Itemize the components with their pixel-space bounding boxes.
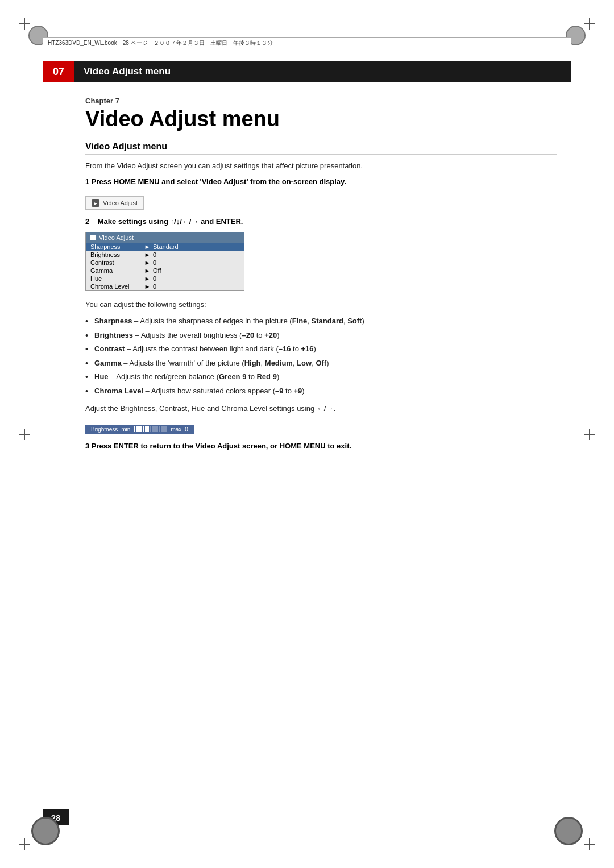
bottom-decoration-left [31, 817, 60, 845]
chapter-number: 07 [43, 61, 74, 82]
reg-mark-br [584, 838, 595, 850]
screen-label: Video Adjust [103, 200, 138, 206]
bar-seg-15 [165, 426, 167, 432]
va-row-contrast: Contrast ► 0 [86, 259, 244, 267]
bar-seg-6 [145, 426, 147, 432]
va-value-chroma: 0 [153, 283, 156, 290]
reg-mark-tl [19, 18, 30, 30]
va-arrow-hue: ► [142, 275, 153, 282]
page-title: Video Adjust menu [85, 107, 557, 131]
va-value-brightness: 0 [153, 251, 156, 258]
bullet-desc-sharpness: – Adjusts the sharpness of edges in the … [134, 317, 292, 325]
step2-text: 2 Make settings using ↑/↓/←/→ and ENTER. [85, 217, 557, 227]
va-label-contrast: Contrast [90, 259, 142, 266]
bullet-desc-chroma: – Adjusts how saturated colors appear ( [146, 387, 275, 395]
video-adjust-icon [92, 199, 99, 207]
bullet-term-brightness: Brightness [94, 331, 133, 339]
chapter-label: Chapter 7 [85, 97, 557, 105]
bullet-term-gamma: Gamma [94, 359, 122, 367]
screen-mockup-1: Video Adjust [85, 196, 144, 210]
brightness-value: 0 [185, 426, 188, 433]
step1-text: 1 Press HOME MENU and select 'Video Adju… [85, 177, 557, 187]
bar-seg-14 [163, 426, 165, 432]
reg-mark-ml [19, 429, 30, 440]
bar-seg-8 [150, 426, 151, 432]
bar-seg-2 [136, 426, 138, 432]
va-row-gamma: Gamma ► Off [86, 267, 244, 275]
list-item-hue: Hue – Adjusts the red/green balance (Gre… [85, 371, 557, 383]
bullet-opt1-hue: Green 9 [219, 372, 246, 381]
bar-seg-7 [147, 426, 149, 432]
va-header-icon [90, 235, 96, 240]
va-label-sharpness: Sharpness [90, 243, 142, 250]
brightness-min-label: min [121, 426, 130, 433]
bullet-term-contrast: Contrast [94, 344, 125, 353]
bullet-rest-contrast: to +16) [291, 344, 316, 353]
va-arrow-gamma: ► [142, 267, 153, 274]
bullet-rest-brightness: to +20) [254, 331, 279, 339]
va-row-hue: Hue ► 0 [86, 275, 244, 283]
chapter-header: 07 Video Adjust menu [43, 61, 571, 82]
va-row-chroma: Chroma Level ► 0 [86, 283, 244, 290]
bullet-rest-hue: to Red 9) [246, 372, 279, 381]
bar-seg-9 [152, 426, 154, 432]
va-row-sharpness: Sharpness ► Standard [86, 243, 244, 251]
section-title: Video Adjust menu [85, 142, 557, 155]
va-header-label: Video Adjust [99, 234, 134, 241]
bar-seg-5 [143, 426, 144, 432]
reg-mark-tr [584, 18, 595, 30]
reg-mark-bl [19, 838, 30, 850]
bullet-desc-hue: – Adjusts the red/green balance ( [110, 372, 219, 381]
bar-track [134, 426, 167, 432]
bar-seg-1 [134, 426, 135, 432]
list-item-gamma: Gamma – Adjusts the 'warmth' of the pict… [85, 358, 557, 369]
bullet-opt1-sharpness: Fine [292, 317, 308, 325]
va-value-gamma: Off [153, 267, 161, 274]
va-row-brightness: Brightness ► 0 [86, 251, 244, 259]
va-label-hue: Hue [90, 275, 142, 282]
va-arrow-brightness: ► [142, 251, 153, 258]
bar-seg-3 [138, 426, 140, 432]
va-value-contrast: 0 [153, 259, 156, 266]
adjust-note: Adjust the Brightness, Contrast, Hue and… [85, 403, 557, 414]
brightness-bar: Brightness min max 0 [85, 425, 194, 434]
list-item-brightness: Brightness – Adjusts the overall brightn… [85, 330, 557, 341]
bullet-desc-gamma: – Adjusts the 'warmth' of the picture ( [123, 359, 244, 367]
va-table-header: Video Adjust [86, 232, 244, 243]
bullet-term-sharpness: Sharpness [94, 317, 132, 325]
list-item-chroma: Chroma Level – Adjusts how saturated col… [85, 385, 557, 397]
bullet-opt1-chroma: –9 [275, 387, 283, 395]
can-adjust-text: You can adjust the following settings: [85, 299, 557, 310]
bar-seg-12 [159, 426, 160, 432]
va-arrow-contrast: ► [142, 259, 153, 266]
bullet-rest-chroma: to +9) [283, 387, 304, 395]
va-arrow-chroma: ► [142, 283, 153, 290]
file-info-bar: HTZ363DVD_EN_WL.book 28 ページ ２００７年２月３日 土曜… [43, 37, 571, 49]
bullet-opt1-brightness: –20 [242, 331, 254, 339]
bullet-rest-gamma: , Medium, Low, Off) [261, 359, 329, 367]
step3-text: 3 Press ENTER to return to the Video Adj… [85, 441, 557, 451]
bottom-decoration-right [554, 817, 583, 845]
main-content: Chapter 7 Video Adjust menu Video Adjust… [85, 97, 557, 800]
bullet-term-hue: Hue [94, 372, 109, 381]
bullet-list: Sharpness – Adjusts the sharpness of edg… [85, 315, 557, 396]
bar-seg-13 [161, 426, 163, 432]
bullet-desc-brightness: – Adjusts the overall brightness ( [135, 331, 242, 339]
brightness-max-label: max [171, 426, 181, 433]
bullet-term-chroma: Chroma Level [94, 387, 143, 395]
list-item-sharpness: Sharpness – Adjusts the sharpness of edg… [85, 315, 557, 327]
reg-mark-mr [584, 429, 595, 440]
chapter-title-header: Video Adjust menu [84, 66, 171, 77]
va-value-sharpness: Standard [153, 243, 179, 250]
bar-seg-10 [154, 426, 156, 432]
bar-seg-4 [140, 426, 142, 432]
intro-text: From the Video Adjust screen you can adj… [85, 160, 557, 172]
brightness-label: Brightness [91, 426, 118, 433]
va-arrow-sharpness: ► [142, 243, 153, 250]
bar-seg-11 [156, 426, 158, 432]
va-label-chroma: Chroma Level [90, 283, 142, 290]
video-adjust-table: Video Adjust Sharpness ► Standard Bright… [85, 232, 244, 291]
va-label-gamma: Gamma [90, 267, 142, 274]
bullet-rest-sharpness: , Standard, Soft) [307, 317, 364, 325]
file-info-text: HTZ363DVD_EN_WL.book 28 ページ ２００７年２月３日 土曜… [48, 39, 273, 47]
